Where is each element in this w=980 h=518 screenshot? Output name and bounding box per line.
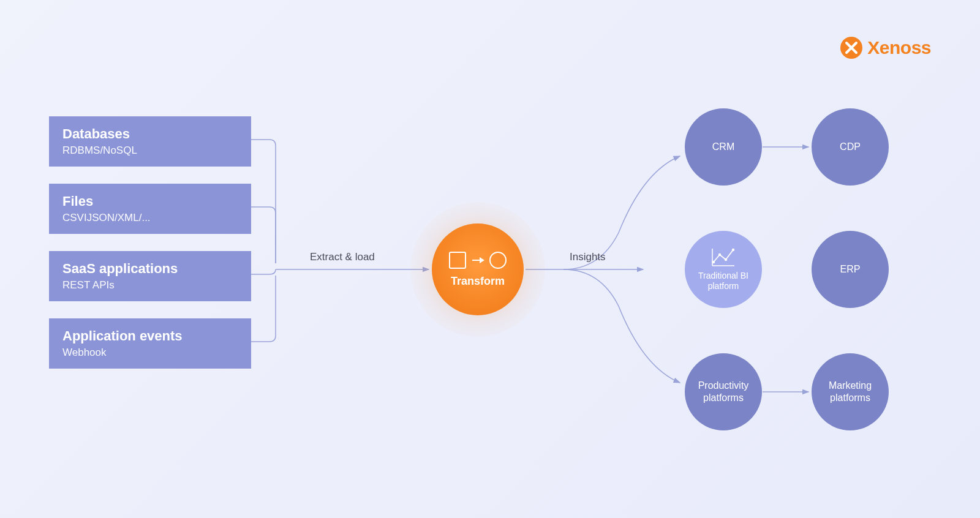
dest-cdp: CDP [812,108,889,186]
svg-point-1 [718,253,721,255]
logo-text: Xenoss [867,37,931,58]
source-sub: RDBMS/NoSQL [62,145,238,157]
dest-erp: ERP [812,231,889,308]
dest-label: CRM [712,141,734,153]
svg-point-0 [712,260,715,263]
edge-label-extract-load: Extract & load [310,251,375,263]
dest-label: Traditional BI platform [691,271,756,292]
source-box-files: Files CSVIJSON/XML/... [49,184,251,234]
dest-bi: Traditional BI platform [685,231,762,308]
source-column: Databases RDBMS/NoSQL Files CSVIJSON/XML… [49,116,251,369]
source-title: Files [62,193,238,209]
source-box-databases: Databases RDBMS/NoSQL [49,116,251,167]
source-box-saas: SaaS applications REST APIs [49,251,251,301]
dest-label: Productivity platforms [691,380,756,404]
logo-mark-icon [840,37,862,59]
dest-crm: CRM [685,108,762,186]
chart-icon [711,247,736,267]
source-title: SaaS applications [62,261,238,277]
dest-label: ERP [840,263,861,276]
source-sub: REST APIs [62,279,238,291]
source-sub: Webhook [62,347,238,359]
brand-logo: Xenoss [840,37,931,59]
transform-label: Transform [451,275,505,288]
source-sub: CSVIJSON/XML/... [62,212,238,224]
transform-node: Transform [432,223,524,315]
edge-label-insights: Insights [570,251,606,263]
transform-icon [449,252,507,269]
svg-point-2 [725,258,727,260]
circle-icon [489,252,507,269]
logo-glyph-icon [844,40,859,55]
dest-productivity: Productivity platforms [685,353,762,430]
dest-label: CDP [840,141,861,153]
arrow-icon [472,260,483,261]
square-icon [449,252,466,269]
dest-marketing: Marketing platforms [812,353,889,430]
source-box-events: Application events Webhook [49,318,251,369]
source-title: Application events [62,328,238,344]
svg-point-3 [732,248,734,250]
source-title: Databases [62,126,238,142]
dest-label: Marketing platforms [818,380,883,404]
